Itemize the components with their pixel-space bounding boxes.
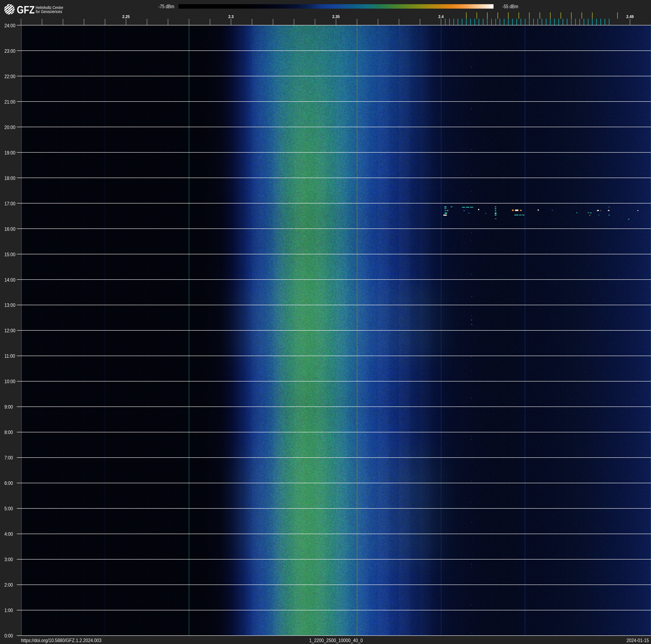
svg-text:GFZ: GFZ [17, 4, 35, 16]
svg-text:for Geosciences: for Geosciences [36, 9, 62, 14]
